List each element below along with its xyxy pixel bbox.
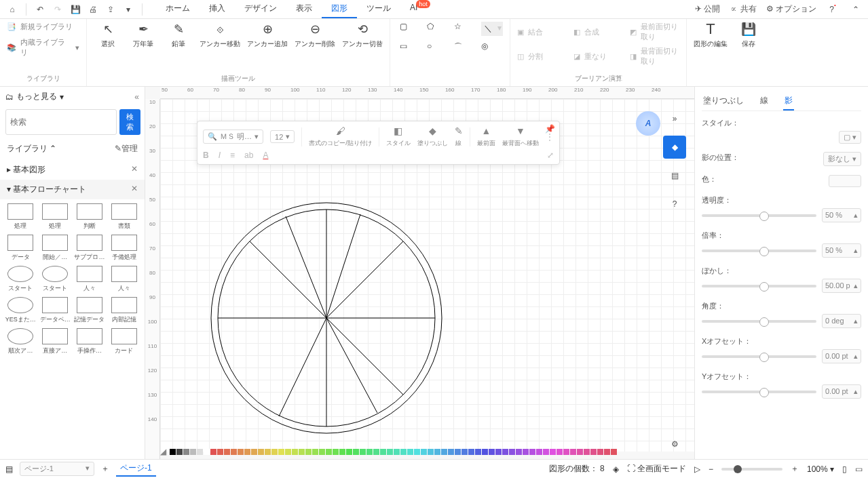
- color-swatch[interactable]: [611, 449, 617, 455]
- align-button[interactable]: ≡: [230, 151, 235, 160]
- sidetab-help-icon[interactable]: ?: [663, 193, 686, 216]
- layers-icon[interactable]: ◈: [613, 464, 619, 474]
- shape-item[interactable]: スタート: [39, 266, 72, 293]
- shape-item[interactable]: 直接ア…: [39, 328, 72, 355]
- search-button[interactable]: 検索: [119, 109, 140, 135]
- shape-item[interactable]: 判断: [73, 203, 107, 231]
- arc-shape-icon[interactable]: ⌒: [454, 41, 476, 53]
- new-library-button[interactable]: 📑 新規ライブラリ: [7, 22, 73, 32]
- save-icon[interactable]: 💾: [69, 3, 82, 16]
- color-swatch[interactable]: [278, 449, 284, 455]
- yoff-slider[interactable]: [702, 391, 816, 393]
- color-swatch[interactable]: [251, 449, 257, 455]
- blur-slider[interactable]: [702, 285, 816, 287]
- collapse-left-icon[interactable]: «: [134, 92, 139, 102]
- color-swatch[interactable]: [271, 449, 278, 455]
- color-swatch[interactable]: [543, 449, 549, 455]
- angle-value[interactable]: 0 deg▴: [822, 314, 861, 328]
- category-basic-shapes[interactable]: ▸ 基本図形✕: [0, 160, 145, 180]
- publish-button[interactable]: ✈ 公開: [695, 3, 720, 15]
- style-select[interactable]: ▢ ▾: [839, 131, 861, 144]
- sidetab-fill-icon[interactable]: ◆: [663, 136, 686, 159]
- color-swatch[interactable]: [217, 449, 223, 455]
- pin-icon[interactable]: 📌: [545, 124, 555, 134]
- fit-page-icon[interactable]: ▭: [855, 464, 863, 474]
- tab-fill[interactable]: 塗りつぶし: [702, 92, 745, 111]
- bring-front-button[interactable]: ▲最前面: [477, 125, 495, 148]
- shape-item[interactable]: データベ…: [39, 297, 72, 324]
- color-swatch[interactable]: [197, 449, 203, 455]
- more-dropdown[interactable]: 🗂 もっと見る ▾: [5, 91, 64, 102]
- color-swatch[interactable]: [414, 449, 420, 455]
- shape-item[interactable]: 書類: [107, 203, 140, 231]
- menu-view[interactable]: 表示: [286, 0, 322, 18]
- color-swatch[interactable]: [516, 449, 522, 455]
- scale-value[interactable]: 50 %▴: [822, 243, 861, 258]
- shape-item[interactable]: YESまた…: [4, 297, 37, 324]
- scale-slider[interactable]: [702, 250, 816, 252]
- text-direction-button[interactable]: ab: [244, 151, 253, 160]
- color-swatch[interactable]: [204, 449, 210, 455]
- page-tab[interactable]: ページ-1: [116, 461, 156, 477]
- color-swatch[interactable]: [536, 449, 542, 455]
- color-swatch[interactable]: [468, 449, 474, 455]
- zoom-slider[interactable]: [721, 468, 782, 471]
- font-select[interactable]: 🔍 ＭＳ 明… ▾: [203, 130, 263, 144]
- color-swatch[interactable]: [319, 449, 325, 455]
- shape-item[interactable]: 記憶データ: [73, 297, 107, 324]
- yoff-value[interactable]: 0.00 pt▴: [822, 384, 861, 399]
- options-button[interactable]: ⚙ オプション: [766, 3, 816, 15]
- zoom-in-button[interactable]: ＋: [791, 463, 799, 475]
- color-swatch[interactable]: [346, 449, 352, 455]
- color-palette-bar[interactable]: ◢: [160, 447, 692, 456]
- builtin-library-button[interactable]: 📚 内蔵ライブラリ ▾: [7, 37, 79, 58]
- floating-format-toolbar[interactable]: 📌 🔍 ＭＳ 明… ▾ 12 ▾ 🖌書式のコピー/貼り付け ◧スタイル ◆塗りつ…: [197, 121, 560, 165]
- eyedropper-icon[interactable]: ◢: [160, 447, 166, 456]
- color-swatch[interactable]: [373, 449, 379, 455]
- shape-item[interactable]: スタート: [4, 266, 37, 293]
- zoom-value[interactable]: 100% ▾: [807, 464, 834, 474]
- color-swatch[interactable]: [326, 449, 332, 455]
- shape-item[interactable]: 処理: [39, 203, 72, 231]
- shape-item[interactable]: 人々: [73, 266, 107, 293]
- manage-library[interactable]: ✎管理: [115, 143, 138, 155]
- chevron-down-icon[interactable]: ▾: [497, 23, 502, 33]
- color-swatch[interactable]: [312, 449, 318, 455]
- bool-compose[interactable]: ◧ 合成: [573, 22, 623, 42]
- color-swatch[interactable]: [299, 449, 305, 455]
- shape-item[interactable]: 順次ア…: [4, 328, 37, 355]
- print-icon[interactable]: 🖨: [86, 3, 100, 16]
- redo-icon[interactable]: ↷: [51, 3, 64, 16]
- menu-tool[interactable]: ツール: [357, 0, 400, 18]
- color-swatch[interactable]: [400, 449, 407, 455]
- color-swatch[interactable]: [394, 449, 400, 455]
- more-icon[interactable]: ▾: [121, 3, 135, 16]
- color-swatch[interactable]: [210, 449, 216, 455]
- shape-item[interactable]: 内部記憶: [107, 297, 140, 324]
- color-swatch[interactable]: [190, 449, 196, 455]
- fullscreen-button[interactable]: ⛶ 全画面モード: [627, 463, 686, 475]
- color-swatch[interactable]: [495, 449, 502, 455]
- color-swatch[interactable]: [461, 449, 468, 455]
- menu-home[interactable]: ホーム: [156, 0, 200, 18]
- anchor-move-tool[interactable]: ⟐アンカー移動: [200, 22, 240, 49]
- color-swatch[interactable]: [597, 449, 603, 455]
- color-swatch[interactable]: [387, 449, 393, 455]
- shape-item[interactable]: 手操作…: [73, 328, 107, 355]
- zoom-out-button[interactable]: −: [709, 464, 713, 474]
- color-swatch[interactable]: [509, 449, 515, 455]
- color-swatch[interactable]: [563, 449, 569, 455]
- color-swatch[interactable]: [455, 449, 461, 455]
- copy-format-button[interactable]: 🖌書式のコピー/貼り付け: [309, 125, 372, 148]
- pentagon-shape-icon[interactable]: ⬠: [427, 22, 449, 31]
- bool-split[interactable]: ◫ 分割: [517, 46, 567, 66]
- circle-shape-icon[interactable]: ○: [427, 41, 449, 51]
- color-swatch[interactable]: [448, 449, 454, 455]
- anchor-toggle-tool[interactable]: ⟲アンカー切替: [342, 22, 383, 49]
- menu-insert[interactable]: 挿入: [200, 0, 235, 18]
- color-swatch[interactable]: [238, 449, 244, 455]
- color-swatch[interactable]: [556, 449, 563, 455]
- bold-button[interactable]: B: [203, 151, 209, 160]
- color-swatch[interactable]: [489, 449, 495, 455]
- pencil-tool[interactable]: ✎鉛筆: [164, 22, 193, 49]
